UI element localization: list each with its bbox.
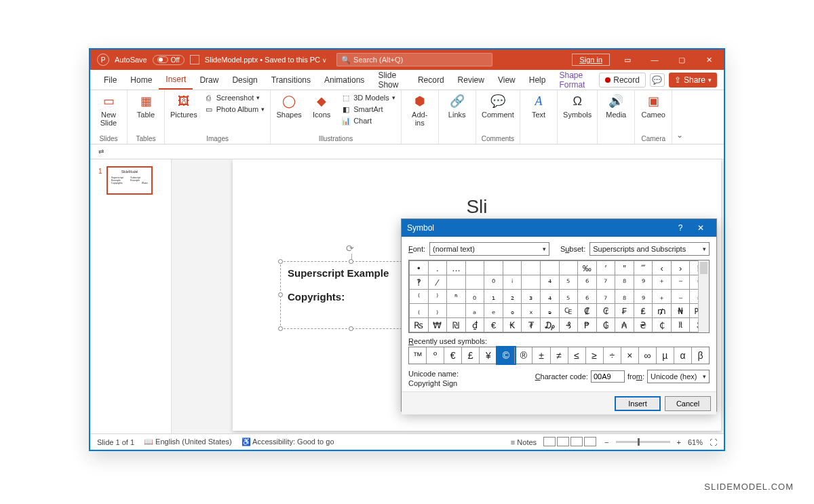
tab-record[interactable]: Record — [411, 71, 451, 89]
symbol-cell[interactable]: › — [671, 261, 690, 275]
symbol-cell[interactable]: ₢ — [596, 304, 615, 318]
links-button[interactable]: 🔗Links — [444, 93, 470, 119]
recent-symbol-cell[interactable]: £ — [462, 347, 480, 364]
symbol-cell[interactable] — [465, 275, 484, 290]
symbol-cell[interactable]: ₱ — [578, 318, 597, 332]
symbol-cell[interactable]: ₮ — [522, 318, 541, 332]
symbol-cell[interactable]: ₥ — [653, 304, 672, 318]
maximize-button[interactable]: ▢ — [668, 50, 695, 70]
media-button[interactable]: 🔊Media — [603, 93, 629, 119]
symbol-cell[interactable]: ⁶ — [578, 275, 597, 290]
symbol-cell[interactable]: ₭ — [503, 318, 522, 332]
icons-button[interactable]: ◆Icons — [309, 93, 334, 119]
text-button[interactable]: AText — [526, 93, 551, 119]
symbol-cell[interactable]: ₰ — [559, 318, 578, 332]
recent-symbol-cell[interactable]: ≤ — [568, 347, 586, 364]
search-input[interactable]: 🔍 Search (Alt+Q) — [336, 53, 492, 66]
symbol-cell[interactable] — [447, 275, 466, 290]
symbol-cell[interactable]: ₔ — [540, 304, 559, 318]
recent-symbol-cell[interactable]: β — [692, 347, 709, 364]
new-slide-button[interactable]: ▭New Slide — [96, 93, 121, 127]
share-button[interactable]: ⇪Share▾ — [669, 73, 717, 88]
tab-shape-format[interactable]: Shape Format — [552, 66, 599, 94]
recent-symbol-cell[interactable]: α — [674, 347, 692, 364]
symbol-cell[interactable]: ₶ — [671, 318, 690, 332]
symbol-cell[interactable]: ₲ — [596, 318, 615, 332]
recent-symbol-cell[interactable]: ¥ — [480, 347, 497, 364]
record-button[interactable]: Record — [599, 73, 646, 88]
dialog-titlebar[interactable]: Symbol ? ✕ — [402, 219, 716, 237]
symbol-cell[interactable]: € — [484, 318, 503, 332]
symbol-cell[interactable]: ₁ — [484, 290, 503, 304]
fit-to-window-button[interactable]: ⛶ — [710, 438, 717, 446]
tab-slideshow[interactable]: Slide Show — [371, 66, 411, 94]
symbol-cell[interactable] — [447, 304, 466, 318]
symbol-cell[interactable] — [522, 275, 541, 290]
addins-button[interactable]: ⬢Add- ins — [407, 93, 433, 127]
symbol-cell[interactable]: ₆ — [578, 290, 597, 304]
resize-handle[interactable] — [278, 259, 283, 264]
symbol-cell[interactable]: ₵ — [653, 318, 672, 332]
symbol-cell[interactable]: ‽ — [410, 275, 429, 290]
recent-symbol-cell[interactable]: ≥ — [586, 347, 604, 364]
tab-home[interactable]: Home — [123, 71, 159, 89]
symbol-cell[interactable]: ₈ — [615, 290, 634, 304]
symbol-cell[interactable]: ₍ — [410, 304, 429, 318]
close-button[interactable]: ✕ — [695, 50, 722, 70]
symbol-cell[interactable]: ₇ — [596, 290, 615, 304]
resize-handle[interactable] — [278, 292, 283, 297]
symbol-cell[interactable]: . — [428, 261, 447, 275]
qat-dropdown-icon[interactable]: ⇄ — [98, 148, 104, 155]
ribbon-display-icon[interactable]: ▭ — [614, 50, 641, 70]
pictures-button[interactable]: 🖼Pictures — [170, 93, 197, 119]
shapes-button[interactable]: ◯Shapes — [276, 93, 302, 119]
symbol-cell[interactable]: ‴ — [634, 261, 653, 275]
symbol-cell[interactable]: ₴ — [634, 318, 653, 332]
recent-symbol-cell[interactable]: € — [444, 347, 462, 364]
symbol-cell[interactable]: ⁹ — [634, 275, 653, 290]
symbol-cell[interactable]: ₐ — [465, 304, 484, 318]
table-button[interactable]: ▦Table — [133, 93, 159, 119]
recent-symbol-cell[interactable]: ∞ — [639, 347, 657, 364]
tab-insert[interactable]: Insert — [159, 71, 193, 90]
dialog-help-button[interactable]: ? — [670, 219, 691, 237]
symbol-cell[interactable]: ′ — [596, 261, 615, 275]
symbol-cell[interactable]: ⁷ — [596, 275, 615, 290]
collapse-ribbon-button[interactable]: ⌄ — [672, 90, 687, 144]
symbol-cell[interactable]: ₳ — [615, 318, 634, 332]
recent-symbol-cell[interactable]: µ — [657, 347, 674, 364]
save-icon[interactable] — [190, 55, 199, 64]
symbol-cell[interactable]: ₉ — [634, 290, 653, 304]
symbol-cell[interactable]: ₊ — [653, 290, 672, 304]
resize-handle[interactable] — [349, 259, 353, 264]
symbol-cell[interactable] — [522, 261, 541, 275]
zoom-slider[interactable] — [616, 441, 670, 443]
symbol-cell[interactable]: ⁻ — [671, 275, 690, 290]
symbol-cell[interactable]: ₯ — [540, 318, 559, 332]
subset-combo[interactable]: Superscripts and Subscripts▾ — [589, 242, 710, 256]
symbol-cell[interactable]: ₒ — [503, 304, 522, 318]
chart-button[interactable]: 📊Chart — [341, 116, 372, 125]
notes-button[interactable]: ≡ Notes — [511, 438, 537, 446]
cameo-button[interactable]: ▣Cameo — [640, 93, 666, 119]
symbol-cell[interactable]: ₎ — [428, 304, 447, 318]
smartart-button[interactable]: ◧SmartArt — [341, 104, 383, 114]
symbol-cell[interactable]: ₄ — [540, 290, 559, 304]
tab-draw[interactable]: Draw — [193, 71, 225, 89]
symbol-cell[interactable]: ₦ — [671, 304, 690, 318]
symbol-cell[interactable]: ₫ — [465, 318, 484, 332]
symbol-cell[interactable]: ₩ — [428, 318, 447, 332]
symbol-cell[interactable]: ⁴ — [540, 275, 559, 290]
from-combo[interactable]: Unicode (hex)▾ — [647, 370, 710, 383]
zoom-out-button[interactable]: − — [604, 438, 608, 446]
view-buttons[interactable] — [543, 437, 598, 448]
slide-thumbnails-pane[interactable]: 1 SlideModel Superscript ExampleSubscrip… — [90, 159, 172, 433]
status-a11y[interactable]: ♿ Accessibility: Good to go — [241, 438, 334, 446]
symbol-cell[interactable]: ₪ — [447, 318, 466, 332]
symbol-cell[interactable]: ₅ — [559, 290, 578, 304]
symbol-cell[interactable]: ⁰ — [484, 275, 503, 290]
signin-button[interactable]: Sign in — [572, 54, 610, 66]
tab-design[interactable]: Design — [225, 71, 264, 89]
recent-symbol-cell[interactable]: © — [497, 347, 515, 364]
status-lang[interactable]: 📖 English (United States) — [144, 438, 232, 446]
